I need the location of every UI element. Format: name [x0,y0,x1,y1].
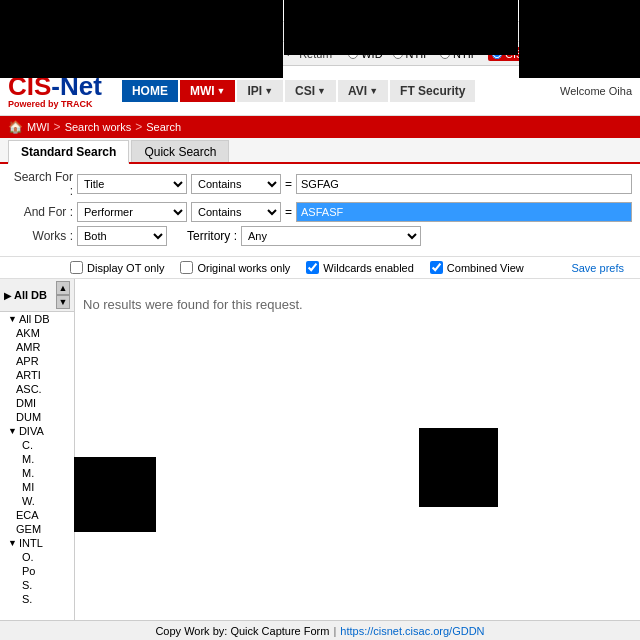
footer-copy-text: Copy Work by: Quick Capture Form [155,625,329,637]
search-for-row: Search For : Title Contains = [8,170,632,198]
search-for-label: Search For : [8,170,73,198]
list-item[interactable]: DMI [0,396,74,410]
footer-separator: | [333,625,336,637]
works-label: Works : [8,229,73,243]
list-item[interactable]: S. [0,592,74,606]
breadcrumb: 🏠 MWI > Search works > Search [0,116,640,138]
list-item[interactable]: W. [0,494,74,508]
breadcrumb-search-works[interactable]: Search works [65,121,132,133]
tab-quick-search[interactable]: Quick Search [131,140,229,162]
combined-view-checkbox[interactable]: Combined View [430,261,524,274]
sidebar-item-alldb[interactable]: ▼ All DB [0,312,74,326]
list-item[interactable]: MI [0,480,74,494]
home-icon: 🏠 [8,120,23,134]
list-item[interactable]: AMR [0,340,74,354]
equals-sign-1: = [285,177,292,191]
works-select[interactable]: Both [77,226,167,246]
and-for-row: And For : Performer Contains = [8,202,632,222]
alldb-expand-icon: ▼ [8,314,17,324]
welcome-text: Welcome Oiha [560,85,632,97]
csi-dropdown-icon: ▼ [317,86,326,96]
list-item[interactable]: S. [0,578,74,592]
ipi-nav-button[interactable]: IPI ▼ [237,80,283,102]
search-for-value-input[interactable] [296,174,632,194]
content-area: No results were found for this request. [75,279,640,640]
ft-nav-button[interactable]: FT Security [390,80,475,102]
list-item[interactable]: M. [0,452,74,466]
save-prefs-link[interactable]: Save prefs [571,262,624,274]
display-ot-checkbox[interactable]: Display OT only [70,261,164,274]
sidebar-scroll-up[interactable]: ▲ [56,281,70,295]
list-item[interactable]: M. [0,466,74,480]
territory-label: Territory : [187,229,237,243]
mwi-nav-button[interactable]: MWI ▼ [180,80,236,102]
and-for-label: And For : [8,205,73,219]
and-for-condition-select[interactable]: Contains [191,202,281,222]
list-item[interactable]: Po [0,564,74,578]
search-tabs: Standard Search Quick Search [0,138,640,164]
intl-expand-icon: ▼ [8,538,17,548]
tab-standard-search[interactable]: Standard Search [8,140,129,164]
sidebar-scroll-down[interactable]: ▼ [56,295,70,309]
sidebar-item-diva[interactable]: ▼ DIVA [0,424,74,438]
redacted-area-2 [419,428,498,507]
search-form: Search For : Title Contains = And For : … [0,164,640,257]
no-results-text: No results were found for this request. [83,287,632,322]
redacted-area-1 [74,457,156,532]
list-item[interactable]: DUM [0,410,74,424]
sidebar-item-intl[interactable]: ▼ INTL [0,536,74,550]
logo-subtitle: Powered by TRACK [8,99,102,109]
search-for-condition-select[interactable]: Contains [191,174,281,194]
footer-gddn-link[interactable]: https://cisnet.cisac.org/GDDN [340,625,484,637]
footer: Copy Work by: Quick Capture Form | https… [0,620,640,640]
list-item[interactable]: ARTI [0,368,74,382]
original-works-checkbox[interactable]: Original works only [180,261,290,274]
list-item[interactable]: O. [0,550,74,564]
home-nav-button[interactable]: HOME [122,80,178,102]
sidebar: ▶ All DB ▲ ▼ ▼ All DB AKM AMR APR ARTI A… [0,279,75,640]
ipi-dropdown-icon: ▼ [264,86,273,96]
main-nav: HOME MWI ▼ IPI ▼ CSI ▼ AVI ▼ FT Security [122,80,476,102]
list-item[interactable]: GEM [0,522,74,536]
wildcards-checkbox[interactable]: Wildcards enabled [306,261,414,274]
list-item[interactable]: ECA [0,508,74,522]
territory-select[interactable]: Any [241,226,421,246]
csi-nav-button[interactable]: CSI ▼ [285,80,336,102]
mwi-dropdown-icon: ▼ [217,86,226,96]
and-for-value-input[interactable] [296,202,632,222]
sidebar-header: ▶ All DB ▲ ▼ [0,279,74,312]
works-territory-row: Works : Both Territory : Any [8,226,632,246]
avi-nav-button[interactable]: AVI ▼ [338,80,388,102]
list-item[interactable]: ASC. [0,382,74,396]
diva-expand-icon: ▼ [8,426,17,436]
avi-dropdown-icon: ▼ [369,86,378,96]
list-item[interactable]: AKM [0,326,74,340]
breadcrumb-search: Search [146,121,181,133]
sidebar-header-text: All DB [14,289,47,301]
list-item[interactable]: APR [0,354,74,368]
and-for-field-select[interactable]: Performer [77,202,187,222]
equals-sign-2: = [285,205,292,219]
breadcrumb-mwi[interactable]: MWI [27,121,50,133]
sidebar-toggle-icon[interactable]: ▶ [4,290,12,301]
options-row: Display OT only Original works only Wild… [0,257,640,279]
search-for-field-select[interactable]: Title [77,174,187,194]
list-item[interactable]: C. [0,438,74,452]
